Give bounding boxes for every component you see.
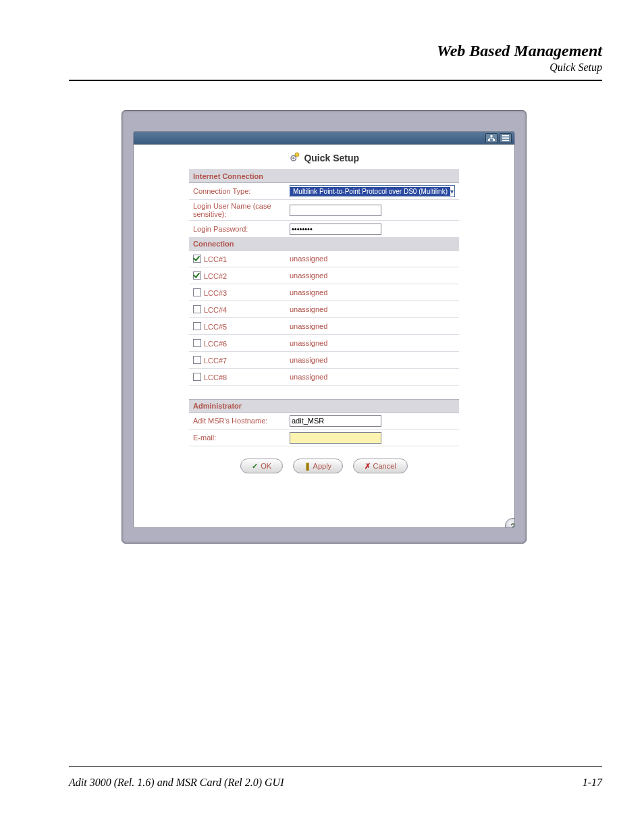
svg-rect-1 — [488, 139, 490, 141]
login-user-input[interactable] — [290, 205, 381, 216]
lcc-status-8: unassigned — [286, 369, 459, 386]
app-window: Quick Setup — [122, 110, 527, 544]
connection-type-dropdown[interactable]: Multilink Point-to-Point Protocol over D… — [290, 185, 455, 197]
lcc-name-2: LCC#2 — [204, 272, 227, 280]
lcc-checkbox-1[interactable] — [193, 255, 201, 263]
lcc-checkbox-2[interactable] — [193, 271, 201, 280]
lcc-checkbox-3[interactable] — [193, 288, 201, 296]
lcc-status-7: unassigned — [286, 352, 459, 369]
svg-rect-5 — [502, 140, 509, 141]
page-header-title: Web Based Management — [69, 42, 602, 60]
lcc-status-6: unassigned — [286, 335, 459, 352]
hostname-input[interactable] — [290, 415, 381, 427]
cancel-button-label: Cancel — [373, 462, 396, 470]
label-hostname: Adit MSR's Hostname: — [189, 413, 286, 429]
lcc-checkbox-4[interactable] — [193, 305, 201, 313]
label-login-pass: Login Password: — [189, 221, 286, 238]
lcc-name-6: LCC#6 — [204, 340, 227, 348]
window-titlebar — [134, 132, 514, 145]
svg-rect-0 — [491, 135, 493, 137]
lcc-checkbox-7[interactable] — [193, 356, 201, 364]
lcc-name-1: LCC#1 — [204, 255, 227, 263]
login-pass-input[interactable] — [290, 224, 381, 235]
apply-button-label: Apply — [313, 462, 332, 470]
label-login-user: Login User Name (case sensitive): — [189, 200, 286, 221]
lcc-name-7: LCC#7 — [204, 357, 227, 365]
cancel-icon: ✗ — [365, 462, 371, 471]
chevron-down-icon: ▾ — [450, 188, 454, 195]
footer-right: 1-17 — [583, 777, 602, 789]
svg-rect-3 — [502, 135, 509, 136]
rule-bottom — [69, 766, 602, 767]
lcc-status-2: unassigned — [286, 267, 459, 284]
lcc-name-4: LCC#4 — [204, 306, 227, 314]
footer-left: Adit 3000 (Rel. 1.6) and MSR Card (Rel 2… — [69, 777, 284, 789]
gear-icon — [289, 151, 298, 160]
ok-button-label: OK — [261, 462, 271, 470]
section-admin-heading: Administrator — [189, 400, 459, 413]
page-title: Quick Setup — [304, 153, 359, 163]
lcc-status-4: unassigned — [286, 301, 459, 318]
lcc-name-8: LCC#8 — [204, 373, 227, 382]
lcc-checkbox-8[interactable] — [193, 373, 201, 381]
rule-top — [69, 80, 602, 81]
apply-button[interactable]: ❚ Apply — [293, 459, 344, 473]
label-email: E-mail: — [189, 429, 286, 446]
ok-button[interactable]: ✓ OK — [240, 459, 283, 473]
apply-icon: ❚ — [304, 462, 311, 471]
section-internet-heading: Internet Connection — [189, 170, 459, 183]
connection-type-selected: Multilink Point-to-Point Protocol over D… — [290, 187, 450, 196]
lcc-checkbox-6[interactable] — [193, 339, 201, 347]
lcc-name-3: LCC#3 — [204, 289, 227, 297]
lcc-name-5: LCC#5 — [204, 323, 227, 331]
email-input[interactable] — [290, 432, 381, 444]
lcc-checkbox-5[interactable] — [193, 322, 201, 330]
cancel-button[interactable]: ✗ Cancel — [353, 459, 408, 473]
page-header-sub: Quick Setup — [69, 61, 602, 74]
label-connection-type: Connection Type: — [189, 183, 286, 200]
sitemap-icon[interactable] — [485, 133, 498, 143]
check-icon: ✓ — [252, 462, 258, 471]
lcc-status-3: unassigned — [286, 284, 459, 301]
list-icon[interactable] — [500, 133, 512, 143]
svg-point-8 — [292, 157, 294, 159]
section-connection-heading: Connection — [189, 238, 459, 251]
svg-rect-4 — [502, 138, 509, 139]
lcc-status-1: unassigned — [286, 251, 459, 267]
help-icon: ? — [510, 521, 515, 529]
lcc-status-5: unassigned — [286, 318, 459, 335]
svg-rect-2 — [493, 139, 495, 141]
